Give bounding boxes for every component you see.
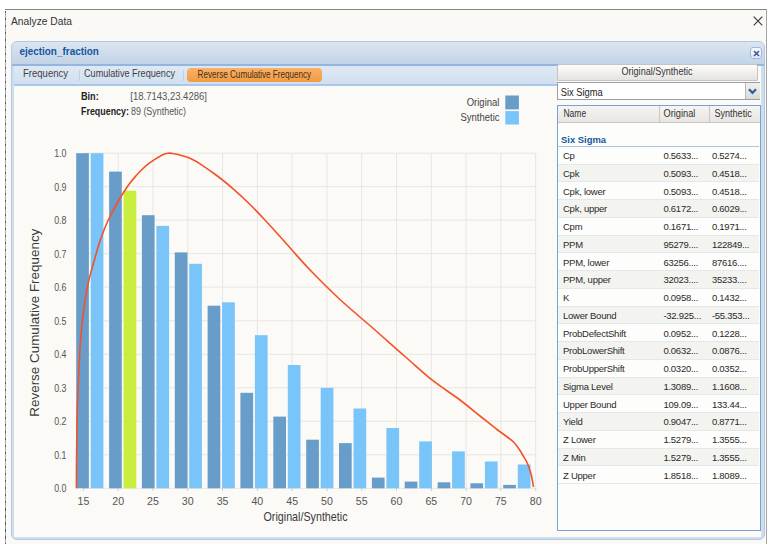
svg-text:15: 15 [78,495,90,507]
svg-text:45: 45 [286,495,298,507]
svg-text:60: 60 [391,495,403,507]
svg-text:Six Sigma: Six Sigma [561,134,607,145]
svg-text:0.9: 0.9 [54,181,66,193]
svg-text:Six Sigma: Six Sigma [561,86,603,98]
svg-text:Original/Synthetic: Original/Synthetic [622,65,693,77]
svg-text:0.6: 0.6 [54,281,66,293]
svg-text:Name: Name [564,108,587,119]
svg-text:Original/Synthetic: Original/Synthetic [264,509,348,524]
svg-text:35: 35 [217,495,229,507]
svg-text:0.4: 0.4 [54,348,67,360]
svg-text:0.7: 0.7 [54,248,66,260]
svg-text:0.3: 0.3 [54,382,66,394]
svg-text:Reverse Cumulative Frequency: Reverse Cumulative Frequency [27,228,42,417]
svg-text:Bin:: Bin: [81,91,99,102]
svg-text:Cumulative Frequency: Cumulative Frequency [84,68,175,79]
svg-text:80: 80 [530,495,542,507]
svg-text:50: 50 [321,495,333,507]
svg-text:0.1: 0.1 [54,449,66,461]
svg-text:0.8: 0.8 [54,214,66,226]
svg-text:Original: Original [467,97,500,108]
svg-text:0.2: 0.2 [54,415,66,427]
svg-text:Original: Original [664,108,696,119]
svg-text:Frequency: Frequency [23,68,68,79]
svg-text:ejection_fraction: ejection_fraction [19,46,99,57]
svg-text:75: 75 [495,495,507,507]
svg-text:89 (Synthetic): 89 (Synthetic) [131,106,186,117]
svg-text:25: 25 [147,495,159,507]
svg-text:30: 30 [182,495,194,507]
svg-text:65: 65 [425,495,437,507]
svg-text:[18.7143,23.4286]: [18.7143,23.4286] [130,91,207,102]
svg-text:70: 70 [460,495,472,507]
svg-text:20: 20 [112,495,124,507]
svg-text:0.0: 0.0 [54,482,66,494]
svg-text:Synthetic: Synthetic [715,108,752,119]
svg-text:55: 55 [356,495,368,507]
svg-text:Reverse Cumulative Frequency: Reverse Cumulative Frequency [198,69,312,80]
svg-text:Frequency:: Frequency: [81,106,129,117]
svg-text:1.0: 1.0 [54,147,66,159]
svg-text:0.5: 0.5 [54,315,66,327]
svg-text:Analyze Data: Analyze Data [11,15,72,27]
svg-text:40: 40 [251,495,263,507]
svg-text:Synthetic: Synthetic [461,112,500,123]
